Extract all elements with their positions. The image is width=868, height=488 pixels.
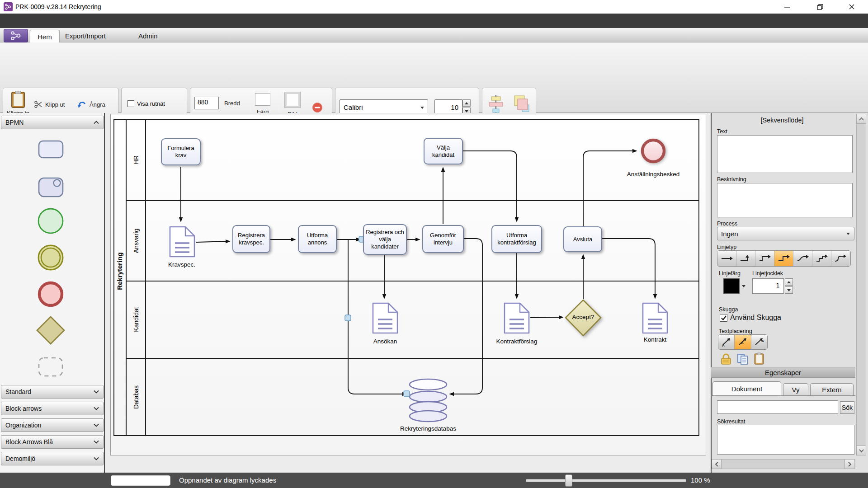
scroll-left-button[interactable]	[712, 459, 722, 469]
scroll-right-button[interactable]	[844, 459, 854, 469]
sequence-flows[interactable]	[181, 151, 655, 394]
tab-hem[interactable]: Hem	[30, 30, 60, 43]
line-color-picker[interactable]	[723, 278, 745, 294]
palette-section-bpmn[interactable]: BPMN	[1, 116, 104, 129]
scroll-up-button[interactable]	[856, 114, 866, 124]
tab-export-import[interactable]: Export/Import	[58, 29, 113, 42]
line-type-elbow-right[interactable]	[755, 251, 774, 266]
line-type-curve-step[interactable]	[831, 251, 849, 266]
palette-intermediate-event-shape[interactable]	[37, 244, 64, 273]
palette-section-organization[interactable]: Organization	[1, 418, 104, 432]
palette-start-event-shape[interactable]	[37, 207, 64, 236]
node-kontrakt-document[interactable]	[643, 303, 667, 333]
palette-section-block-arrows-bla[interactable]: Block Arrows Blå	[1, 435, 104, 449]
process-select[interactable]: Ingen	[717, 227, 854, 240]
canvas-width-input[interactable]: 880	[194, 97, 219, 109]
palette-group-shape[interactable]	[38, 357, 63, 379]
font-size-spinner[interactable]	[462, 99, 471, 115]
shadow-checkbox[interactable]: Använd Skugga	[720, 314, 781, 322]
node-formulera-krav[interactable]: Formulera krav	[161, 138, 201, 165]
undo-button[interactable]: Ångra	[78, 99, 105, 109]
panel-horizontal-scrollbar[interactable]	[712, 459, 855, 469]
tab-admin[interactable]: Admin	[131, 29, 165, 42]
palette-end-event-shape[interactable]	[37, 281, 64, 310]
node-utforma-annons[interactable]: Utforma annons	[298, 225, 337, 253]
process-label: Process	[717, 221, 737, 227]
description-field[interactable]	[717, 183, 853, 217]
line-width-up[interactable]	[785, 278, 793, 286]
palette-task-shape[interactable]	[38, 140, 64, 161]
line-type-curve[interactable]	[793, 251, 812, 266]
scroll-down-button[interactable]	[856, 446, 866, 455]
application-menu-button[interactable]	[4, 29, 28, 42]
close-button[interactable]	[841, 0, 863, 14]
show-grid-checkbox[interactable]: Visa rutnät	[127, 100, 165, 107]
node-end-event[interactable]	[642, 140, 664, 162]
text-placement-start[interactable]: A	[718, 335, 735, 349]
paste-style-button[interactable]	[754, 352, 764, 367]
line-type-elbow-up[interactable]	[736, 251, 755, 266]
line-type-straight[interactable]	[717, 251, 736, 266]
node-utforma-kontraktforslag[interactable]: Utforma kontraktförslag	[491, 225, 542, 253]
svg-text:A: A	[741, 341, 744, 345]
cut-button[interactable]: Klipp ut	[34, 99, 65, 109]
minimize-button[interactable]	[776, 0, 798, 14]
size-up-button[interactable]	[462, 99, 471, 107]
diagram-layer	[105, 113, 711, 473]
lane-label-databas: Databas	[132, 366, 141, 429]
line-width-input[interactable]: 1	[752, 278, 784, 294]
font-size-input[interactable]: 10	[434, 99, 462, 115]
zoom-slider-thumb[interactable]	[565, 474, 572, 487]
search-button[interactable]: Sök	[840, 401, 854, 414]
palette-section-standard[interactable]: Standard	[1, 385, 104, 399]
chevron-down-icon	[94, 440, 99, 444]
node-ansokan-document[interactable]	[373, 303, 397, 333]
palette-organization-label: Organization	[5, 422, 41, 429]
node-genomfor-intervju[interactable]: Genomför intervju	[422, 225, 464, 253]
copy-style-button[interactable]	[737, 353, 749, 367]
line-type-step-selected[interactable]	[774, 251, 793, 266]
text-placement-label: Textplacering	[719, 328, 752, 334]
text-placement-end[interactable]: A	[751, 335, 767, 349]
width-label: Bredd	[224, 100, 240, 107]
palette-block-arrows-bla-label: Block Arrows Blå	[5, 438, 53, 446]
palette-section-block-arrows[interactable]: Block arrows	[1, 402, 104, 415]
tab-vy[interactable]: Vy	[783, 383, 808, 396]
node-database[interactable]	[410, 379, 447, 422]
lock-button[interactable]	[721, 353, 731, 367]
node-kontraktforslag-document[interactable]	[505, 303, 529, 333]
text-field[interactable]	[717, 135, 853, 173]
line-type-double-step[interactable]	[812, 251, 831, 266]
line-width-spinner[interactable]	[785, 278, 793, 294]
node-avsluta[interactable]: Avsluta	[563, 226, 602, 252]
line-width-down[interactable]	[785, 286, 793, 294]
palette-section-demomiljo[interactable]: Demomiljö	[1, 452, 104, 465]
node-registrera-och-valja[interactable]: Registrera och välja kandidater	[363, 224, 407, 255]
document-search-input[interactable]	[717, 400, 838, 414]
text-placement-middle[interactable]: A	[735, 335, 751, 349]
scissors-icon	[34, 101, 42, 108]
search-results-box[interactable]	[717, 425, 854, 455]
lock-icon	[721, 353, 731, 365]
panel-vertical-scrollbar[interactable]	[856, 114, 866, 455]
shadow-box[interactable]	[720, 314, 727, 322]
undo-icon	[78, 101, 87, 108]
svg-text:A: A	[761, 339, 764, 343]
zoom-slider-track[interactable]	[526, 479, 686, 482]
chevron-down-icon	[94, 407, 99, 410]
restore-button[interactable]	[809, 0, 831, 14]
label-accept: Accept?	[565, 314, 601, 320]
lane-label-kandidat: Kandidat	[132, 288, 141, 351]
pool-rekrytering[interactable]	[114, 119, 699, 436]
tab-extern[interactable]: Extern	[810, 383, 854, 396]
tab-dokument[interactable]: Dokument	[712, 381, 781, 396]
node-kravspec-document[interactable]	[170, 227, 194, 257]
egenskaper-title: Egenskaper	[765, 369, 801, 376]
shadow-label: Skugga	[719, 306, 738, 313]
font-family-select[interactable]: Calibri	[340, 99, 428, 115]
node-valja-kandidat[interactable]: Välja kandidat	[424, 138, 463, 164]
show-grid-box[interactable]	[127, 100, 134, 107]
palette-subprocess-shape[interactable]	[38, 177, 64, 200]
node-registrera-kravspec[interactable]: Registrera kravspec.	[232, 225, 270, 253]
palette-gateway-shape[interactable]	[36, 315, 66, 347]
